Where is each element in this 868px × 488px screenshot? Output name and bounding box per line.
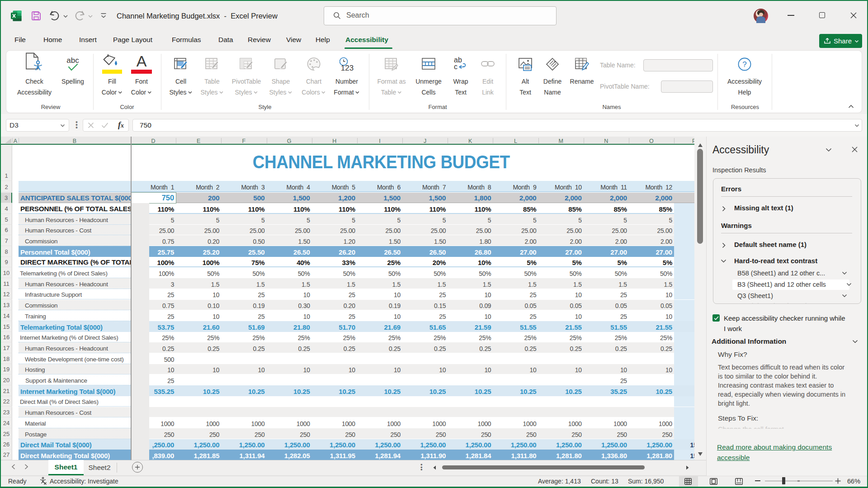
svg-text:c: c [454,63,458,71]
svg-text:123: 123 [341,64,354,72]
svg-text:abc: abc [66,57,79,65]
svg-text:?: ? [742,60,746,69]
svg-text:A: A [137,53,147,70]
